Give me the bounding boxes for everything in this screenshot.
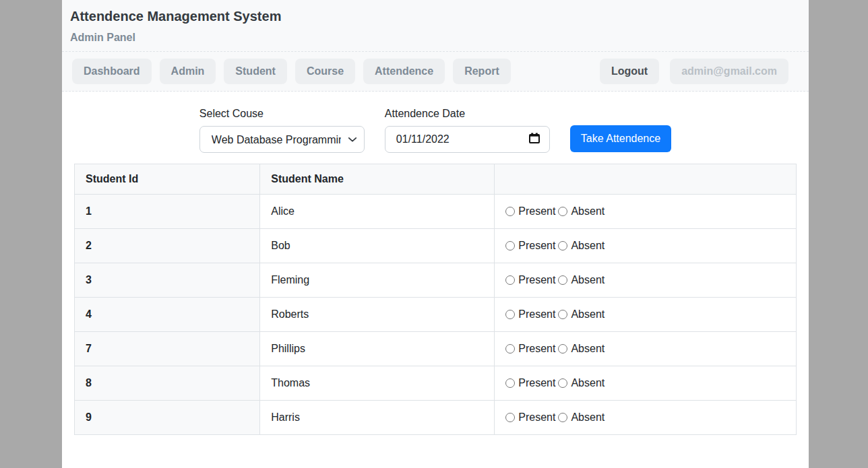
column-header-student-id: Student Id [75, 164, 260, 195]
student-id-cell: 1 [75, 195, 260, 229]
app-window: Attendence Management System Admin Panel… [62, 0, 809, 468]
radio-label: Absent [571, 274, 604, 286]
radio-label: Present [518, 343, 555, 355]
page-title: Attendence Management System [70, 9, 798, 24]
student-id-cell: 4 [75, 298, 260, 332]
attendance-cell: Present Absent [495, 263, 797, 298]
radio-label: Present [518, 377, 555, 389]
nav-item-admin[interactable]: Admin [160, 59, 216, 84]
absent-radio[interactable] [558, 241, 567, 250]
app-header: Attendence Management System Admin Panel [62, 0, 809, 52]
present-option[interactable]: Present [505, 308, 555, 321]
table-row: 8 Thomas Present Absent [75, 366, 797, 401]
radio-label: Present [518, 308, 555, 321]
present-radio[interactable] [505, 378, 515, 388]
table-row: 9 Harris Present Absent [75, 401, 797, 435]
radio-label: Absent [571, 377, 604, 389]
nav-item-course[interactable]: Course [295, 59, 355, 84]
student-name-cell: Fleming [260, 263, 495, 298]
course-field-group: Select Couse Web Database Programming [199, 108, 365, 153]
attendance-table-body: 1 Alice Present Absent 2 Bob Present [75, 195, 797, 435]
student-name-cell: Roberts [260, 298, 495, 332]
absent-option[interactable]: Absent [558, 240, 604, 252]
table-row: 4 Roberts Present Absent [75, 298, 797, 332]
course-select[interactable]: Web Database Programming [199, 126, 365, 153]
absent-radio[interactable] [558, 207, 567, 216]
student-id-cell: 3 [75, 263, 260, 298]
absent-option[interactable]: Absent [558, 274, 604, 286]
absent-option[interactable]: Absent [558, 308, 604, 321]
column-header-student-name: Student Name [260, 164, 495, 195]
present-option[interactable]: Present [505, 240, 555, 252]
course-select-label: Select Couse [199, 108, 365, 120]
attendance-date-label: Attendence Date [385, 108, 550, 120]
present-radio[interactable] [505, 207, 515, 216]
absent-option[interactable]: Absent [558, 205, 604, 218]
present-option[interactable]: Present [505, 377, 555, 389]
radio-label: Present [518, 411, 555, 424]
student-id-cell: 7 [75, 332, 260, 366]
radio-label: Absent [571, 308, 604, 321]
attendance-cell: Present Absent [495, 332, 797, 366]
absent-option[interactable]: Absent [558, 377, 604, 389]
absent-option[interactable]: Absent [558, 343, 604, 355]
present-radio[interactable] [505, 310, 515, 319]
nav-item-dashboard[interactable]: Dashboard [72, 59, 152, 84]
radio-label: Absent [571, 411, 604, 424]
logout-button[interactable]: Logout [600, 59, 659, 84]
radio-label: Present [518, 240, 555, 252]
calendar-icon[interactable] [528, 132, 540, 147]
date-field-group: Attendence Date 01/11/2022 [385, 108, 550, 153]
date-value: 01/11/2022 [396, 133, 450, 145]
attendance-table: Student Id Student Name 1 Alice Present … [74, 164, 797, 435]
attendance-cell: Present Absent [495, 366, 797, 401]
present-radio[interactable] [505, 241, 515, 250]
attendance-date-input[interactable]: 01/11/2022 [385, 126, 550, 153]
present-option[interactable]: Present [505, 205, 555, 218]
radio-label: Absent [571, 240, 604, 252]
attendance-cell: Present Absent [495, 401, 797, 435]
nav-item-student[interactable]: Student [224, 59, 287, 84]
table-row: 1 Alice Present Absent [75, 195, 797, 229]
nav-item-attendence[interactable]: Attendence [363, 59, 445, 84]
column-header-attendance [495, 164, 797, 195]
present-option[interactable]: Present [505, 274, 555, 286]
student-name-cell: Thomas [260, 366, 495, 401]
main-navbar: Dashboard Admin Student Course Attendenc… [62, 52, 809, 92]
table-row: 2 Bob Present Absent [75, 229, 797, 263]
radio-label: Absent [571, 343, 604, 355]
present-option[interactable]: Present [505, 343, 555, 355]
student-name-cell: Alice [260, 195, 495, 229]
present-radio[interactable] [505, 413, 515, 422]
absent-option[interactable]: Absent [558, 411, 604, 424]
nav-item-report[interactable]: Report [453, 59, 511, 84]
radio-label: Present [518, 274, 555, 286]
absent-radio[interactable] [558, 310, 567, 319]
absent-radio[interactable] [558, 378, 567, 388]
table-header-row: Student Id Student Name [75, 164, 797, 195]
page-subtitle: Admin Panel [70, 32, 798, 44]
student-id-cell: 2 [75, 229, 260, 263]
absent-radio[interactable] [558, 275, 567, 285]
main-content: Select Couse Web Database Programming At… [62, 92, 809, 435]
radio-label: Absent [571, 205, 604, 218]
radio-label: Present [518, 205, 555, 218]
attendance-form: Select Couse Web Database Programming At… [74, 92, 797, 153]
absent-radio[interactable] [558, 344, 567, 354]
attendance-cell: Present Absent [495, 298, 797, 332]
logged-in-email-badge: admin@gmail.com [670, 59, 788, 84]
student-id-cell: 8 [75, 366, 260, 401]
present-option[interactable]: Present [505, 411, 555, 424]
take-attendance-button[interactable]: Take Attendence [570, 125, 671, 152]
attendance-cell: Present Absent [495, 195, 797, 229]
present-radio[interactable] [505, 275, 515, 285]
student-name-cell: Bob [260, 229, 495, 263]
present-radio[interactable] [505, 344, 515, 354]
student-name-cell: Phillips [260, 332, 495, 366]
table-row: 3 Fleming Present Absent [75, 263, 797, 298]
table-row: 7 Phillips Present Absent [75, 332, 797, 366]
navbar-right-group: Logout admin@gmail.com [600, 59, 788, 84]
student-name-cell: Harris [260, 401, 495, 435]
absent-radio[interactable] [558, 413, 567, 422]
student-id-cell: 9 [75, 401, 260, 435]
